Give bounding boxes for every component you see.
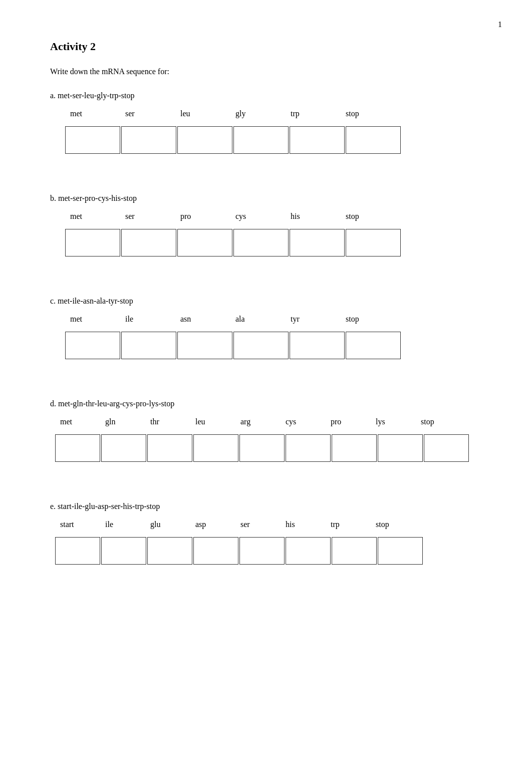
codon-box: [101, 434, 146, 462]
codon-box: [233, 332, 289, 359]
codon-box: [239, 434, 285, 462]
amino-acid-label: start: [55, 520, 100, 529]
codon-box: [233, 126, 289, 154]
codon-box: [378, 537, 423, 565]
amino-acid-label: leu: [190, 417, 235, 426]
amino-acid-row-c: metileasnalatyrstop: [50, 315, 482, 324]
codon-box: [101, 537, 146, 565]
amino-acid-label: stop: [416, 417, 461, 426]
amino-acid-label: lys: [371, 417, 416, 426]
instructions: Write down the mRNA sequence for:: [50, 67, 482, 76]
amino-acid-label: ser: [235, 520, 281, 529]
amino-acid-label: ser: [120, 212, 175, 221]
codon-box: [346, 126, 401, 154]
section-label-d: d. met-gln-thr-leu-arg-cys-pro-lys-stop: [50, 399, 482, 408]
page-number: 1: [498, 20, 502, 29]
codon-box: [177, 126, 232, 154]
codon-box: [147, 434, 192, 462]
amino-acid-label: gly: [230, 109, 286, 118]
codon-box: [346, 229, 401, 256]
amino-acid-label: glu: [145, 520, 190, 529]
codon-box: [233, 229, 289, 256]
amino-acid-label: stop: [341, 315, 396, 324]
amino-acid-label: met: [55, 417, 100, 426]
codon-box-row-b: [50, 229, 482, 256]
amino-acid-label: ile: [100, 520, 145, 529]
codon-box: [177, 229, 232, 256]
amino-acid-label: cys: [230, 212, 286, 221]
amino-acid-label: met: [65, 315, 120, 324]
amino-acid-label: tyr: [286, 315, 341, 324]
amino-acid-label: his: [281, 520, 326, 529]
amino-acid-label: met: [65, 212, 120, 221]
codon-box: [346, 332, 401, 359]
amino-acid-label: arg: [235, 417, 281, 426]
amino-acid-row-a: metserleuglytrpstop: [50, 109, 482, 118]
codon-box: [332, 537, 377, 565]
section-label-b: b. met-ser-pro-cys-his-stop: [50, 194, 482, 203]
codon-box: [121, 229, 176, 256]
codon-box: [378, 434, 423, 462]
codon-box-row-a: [50, 126, 482, 154]
section-label-e: e. start-ile-glu-asp-ser-his-trp-stop: [50, 502, 482, 511]
section-label-a: a. met-ser-leu-gly-trp-stop: [50, 91, 482, 100]
codon-box: [290, 229, 345, 256]
codon-box: [65, 126, 120, 154]
amino-acid-label: met: [65, 109, 120, 118]
codon-box: [286, 434, 331, 462]
codon-box: [332, 434, 377, 462]
amino-acid-label: stop: [341, 212, 396, 221]
amino-acid-label: cys: [281, 417, 326, 426]
amino-acid-label: stop: [341, 109, 396, 118]
codon-box: [121, 126, 176, 154]
codon-box-row-e: [50, 537, 482, 565]
amino-acid-row-e: startilegluaspserhistrpstop: [50, 520, 482, 529]
codon-box: [193, 537, 238, 565]
activity-title: Activity 2: [50, 40, 482, 53]
codon-box: [290, 126, 345, 154]
codon-box: [239, 537, 285, 565]
section-label-c: c. met-ile-asn-ala-tyr-stop: [50, 297, 482, 306]
amino-acid-label: pro: [175, 212, 230, 221]
codon-box: [55, 537, 100, 565]
codon-box: [121, 332, 176, 359]
amino-acid-row-d: metglnthrleuargcysprolysstop: [50, 417, 482, 426]
amino-acid-label: trp: [286, 109, 341, 118]
amino-acid-label: his: [286, 212, 341, 221]
amino-acid-row-b: metserprocyshisstop: [50, 212, 482, 221]
amino-acid-label: asp: [190, 520, 235, 529]
amino-acid-label: gln: [100, 417, 145, 426]
amino-acid-label: pro: [326, 417, 371, 426]
section-e: e. start-ile-glu-asp-ser-his-trp-stopsta…: [50, 502, 482, 580]
codon-box: [290, 332, 345, 359]
amino-acid-label: leu: [175, 109, 230, 118]
codon-box: [177, 332, 232, 359]
codon-box: [65, 229, 120, 256]
section-d: d. met-gln-thr-leu-arg-cys-pro-lys-stopm…: [50, 399, 482, 477]
codon-box: [147, 537, 192, 565]
amino-acid-label: ser: [120, 109, 175, 118]
amino-acid-label: stop: [371, 520, 416, 529]
amino-acid-label: thr: [145, 417, 190, 426]
amino-acid-label: asn: [175, 315, 230, 324]
codon-box: [286, 537, 331, 565]
section-b: b. met-ser-pro-cys-his-stopmetserprocysh…: [50, 194, 482, 272]
codon-box-row-d: [50, 434, 482, 462]
amino-acid-label: ile: [120, 315, 175, 324]
codon-box: [424, 434, 469, 462]
amino-acid-label: trp: [326, 520, 371, 529]
codon-box: [193, 434, 238, 462]
codon-box: [55, 434, 100, 462]
codon-box: [65, 332, 120, 359]
section-a: a. met-ser-leu-gly-trp-stopmetserleuglyt…: [50, 91, 482, 169]
codon-box-row-c: [50, 332, 482, 359]
amino-acid-label: ala: [230, 315, 286, 324]
section-c: c. met-ile-asn-ala-tyr-stopmetileasnalat…: [50, 297, 482, 374]
